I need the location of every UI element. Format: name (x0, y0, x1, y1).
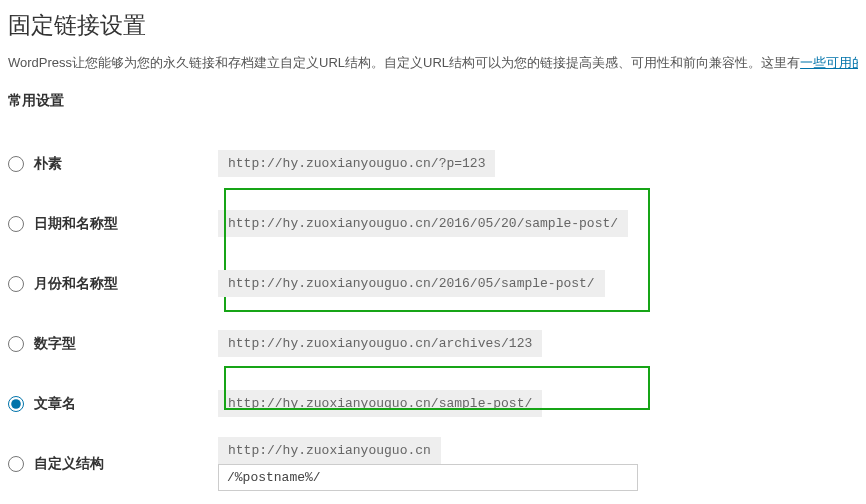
page-title: 固定链接设置 (8, 10, 858, 41)
radio-custom[interactable] (8, 456, 24, 472)
option-label-month-name: 月份和名称型 (34, 275, 118, 293)
example-postname: http://hy.zuoxianyouguo.cn/sample-post/ (218, 390, 542, 417)
option-label-day-name: 日期和名称型 (34, 215, 118, 233)
option-row-custom: 自定义结构 http://hy.zuoxianyouguo.cn (8, 434, 858, 494)
radio-postname[interactable] (8, 396, 24, 412)
custom-structure-input[interactable] (218, 464, 638, 491)
available-tags-link[interactable]: 一些可用的 (800, 55, 858, 70)
option-label-custom: 自定义结构 (34, 455, 104, 473)
page-description: WordPress让您能够为您的永久链接和存档建立自定义URL结构。自定义URL… (8, 53, 858, 74)
option-row-numeric: 数字型 http://hy.zuoxianyouguo.cn/archives/… (8, 314, 858, 374)
radio-numeric[interactable] (8, 336, 24, 352)
option-label-numeric: 数字型 (34, 335, 76, 353)
radio-plain[interactable] (8, 156, 24, 172)
option-row-postname: 文章名 http://hy.zuoxianyouguo.cn/sample-po… (8, 374, 858, 434)
custom-base-url: http://hy.zuoxianyouguo.cn (218, 437, 441, 464)
option-row-month-name: 月份和名称型 http://hy.zuoxianyouguo.cn/2016/0… (8, 254, 858, 314)
radio-day-name[interactable] (8, 216, 24, 232)
option-label-plain: 朴素 (34, 155, 62, 173)
option-row-day-name: 日期和名称型 http://hy.zuoxianyouguo.cn/2016/0… (8, 194, 858, 254)
option-label-postname: 文章名 (34, 395, 76, 413)
section-title-common: 常用设置 (8, 92, 858, 110)
option-row-plain: 朴素 http://hy.zuoxianyouguo.cn/?p=123 (8, 134, 858, 194)
permalink-options: 朴素 http://hy.zuoxianyouguo.cn/?p=123 日期和… (8, 134, 858, 494)
radio-month-name[interactable] (8, 276, 24, 292)
example-month-name: http://hy.zuoxianyouguo.cn/2016/05/sampl… (218, 270, 605, 297)
example-day-name: http://hy.zuoxianyouguo.cn/2016/05/20/sa… (218, 210, 628, 237)
desc-text: WordPress让您能够为您的永久链接和存档建立自定义URL结构。自定义URL… (8, 55, 800, 70)
example-plain: http://hy.zuoxianyouguo.cn/?p=123 (218, 150, 495, 177)
example-numeric: http://hy.zuoxianyouguo.cn/archives/123 (218, 330, 542, 357)
